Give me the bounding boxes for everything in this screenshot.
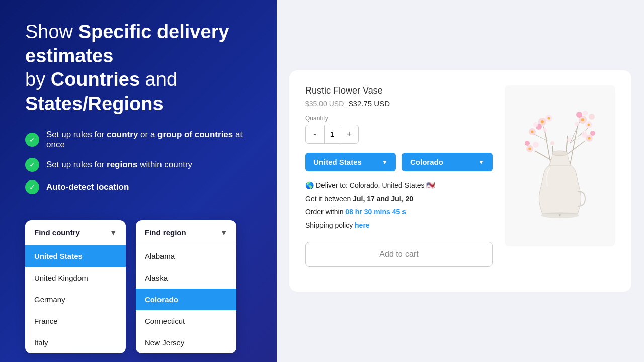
product-price-row: $35.00 USD $32.75 USD bbox=[305, 99, 493, 108]
region-dropdown-header[interactable]: Find region ▼ bbox=[136, 220, 236, 245]
svg-point-15 bbox=[533, 122, 538, 127]
country-selector-button[interactable]: United States ▼ bbox=[305, 153, 396, 171]
svg-point-29 bbox=[529, 148, 531, 150]
country-item-us[interactable]: United States bbox=[25, 245, 126, 267]
svg-point-25 bbox=[588, 124, 590, 126]
svg-point-34 bbox=[543, 128, 547, 132]
svg-point-37 bbox=[567, 138, 571, 142]
region-chevron-icon: ▼ bbox=[220, 229, 227, 237]
region-item-connecticut[interactable]: Connecticut bbox=[136, 310, 236, 332]
svg-point-27 bbox=[533, 142, 539, 148]
right-panel: Rustic Flower Vase $35.00 USD $32.75 USD… bbox=[277, 0, 644, 362]
svg-point-33 bbox=[588, 137, 591, 140]
country-dropdown-header[interactable]: Find country ▼ bbox=[25, 220, 126, 245]
svg-point-18 bbox=[531, 131, 534, 133]
region-item-colorado[interactable]: Colorado bbox=[136, 289, 236, 310]
region-dropdown-label: Find region bbox=[145, 228, 186, 237]
price-sale: $32.75 USD bbox=[349, 99, 390, 108]
selectors-row: United States ▼ Colorado ▼ bbox=[305, 153, 493, 171]
product-title: Rustic Flower Vase bbox=[305, 85, 493, 96]
order-time: 08 hr 30 mins 45 s bbox=[345, 208, 406, 216]
country-list: United States United Kingdom Germany Fra… bbox=[25, 245, 126, 353]
check-icon-1: ✓ bbox=[25, 133, 39, 147]
delivery-location-line: 🌎 Deliver to: Colorado, United States 🇺🇸 bbox=[305, 178, 493, 192]
svg-point-16 bbox=[541, 120, 544, 123]
check-icon-2: ✓ bbox=[25, 158, 39, 172]
country-chevron-icon: ▼ bbox=[110, 229, 117, 237]
country-item-de[interactable]: Germany bbox=[25, 289, 126, 310]
svg-point-35 bbox=[575, 122, 579, 126]
svg-point-32 bbox=[590, 131, 595, 136]
country-item-uk[interactable]: United Kingdom bbox=[25, 267, 126, 289]
quantity-label: Quantity bbox=[305, 115, 493, 122]
shipping-policy-link[interactable]: here bbox=[355, 221, 370, 229]
selected-region-label: Colorado bbox=[410, 158, 443, 166]
svg-point-17 bbox=[548, 117, 550, 120]
region-item-alabama[interactable]: Alabama bbox=[136, 245, 236, 267]
feature-autodetect: ✓ Auto-detect location bbox=[25, 180, 252, 194]
country-dropdown-label: Find country bbox=[34, 228, 80, 237]
region-selector-chevron: ▼ bbox=[478, 159, 485, 166]
svg-point-24 bbox=[581, 118, 584, 121]
region-item-newjersey[interactable]: New Jersey bbox=[136, 332, 236, 353]
country-selector-chevron: ▼ bbox=[382, 159, 388, 166]
svg-point-21 bbox=[576, 112, 582, 118]
selected-country-label: United States bbox=[313, 158, 362, 166]
quantity-increase-button[interactable]: + bbox=[340, 125, 358, 143]
region-dropdown-card: Find region ▼ Alabama Alaska Colorado Co… bbox=[136, 220, 236, 353]
delivery-info: 🌎 Deliver to: Colorado, United States 🇺🇸… bbox=[305, 178, 493, 232]
svg-point-36 bbox=[550, 141, 554, 145]
svg-point-23 bbox=[589, 114, 595, 120]
region-item-alaska[interactable]: Alaska bbox=[136, 267, 236, 289]
price-original: $35.00 USD bbox=[305, 100, 344, 108]
svg-point-28 bbox=[525, 141, 530, 146]
product-top: Rustic Flower Vase $35.00 USD $32.75 USD… bbox=[305, 85, 615, 267]
feature-regions: ✓ Set up rules for regions within countr… bbox=[25, 158, 252, 172]
delivery-date-line: Get it between Jul, 17 and Jul, 20 bbox=[305, 192, 493, 206]
quantity-value: 1 bbox=[324, 125, 340, 143]
svg-point-31 bbox=[581, 132, 587, 138]
check-icon-3: ✓ bbox=[25, 180, 39, 194]
quantity-control: - 1 + bbox=[305, 125, 359, 144]
dropdowns-row: Find country ▼ United States United King… bbox=[25, 220, 252, 353]
features-list: ✓ Set up rules for country or a group of… bbox=[25, 130, 252, 202]
product-card: Rustic Flower Vase $35.00 USD $32.75 USD… bbox=[289, 70, 631, 292]
region-list: Alabama Alaska Colorado Connecticut New … bbox=[136, 245, 236, 353]
vase-svg bbox=[505, 85, 615, 246]
svg-point-39 bbox=[541, 212, 579, 218]
country-item-it[interactable]: Italy bbox=[25, 332, 126, 353]
feature-3-text: Auto-detect location bbox=[46, 182, 129, 192]
product-info: Rustic Flower Vase $35.00 USD $32.75 USD… bbox=[305, 85, 493, 267]
order-within-line: Order within 08 hr 30 mins 45 s bbox=[305, 205, 493, 219]
shipping-policy-line: Shipping policy here bbox=[305, 219, 493, 232]
country-dropdown-card: Find country ▼ United States United King… bbox=[25, 220, 126, 353]
product-image bbox=[505, 85, 615, 246]
quantity-decrease-button[interactable]: - bbox=[306, 125, 324, 143]
left-panel: Show Specific delivery estimates by Coun… bbox=[0, 0, 277, 362]
region-selector-button[interactable]: Colorado ▼ bbox=[402, 153, 493, 171]
svg-point-22 bbox=[583, 111, 588, 116]
feature-countries: ✓ Set up rules for country or a group of… bbox=[25, 130, 252, 150]
headline: Show Specific delivery estimates by Coun… bbox=[25, 20, 252, 116]
add-to-cart-button[interactable]: Add to cart bbox=[305, 242, 493, 267]
svg-point-38 bbox=[552, 151, 568, 156]
feature-2-text: Set up rules for regions within country bbox=[46, 160, 192, 170]
feature-1-text: Set up rules for country or a group of c… bbox=[46, 130, 252, 150]
country-item-fr[interactable]: France bbox=[25, 310, 126, 332]
